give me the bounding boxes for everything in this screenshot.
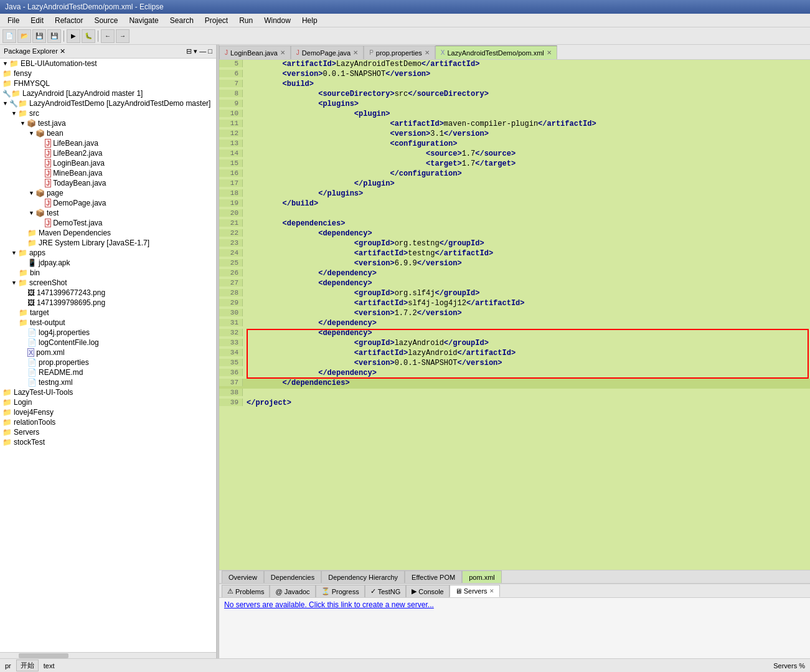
tab-demopage[interactable]: J DemoPage.java ✕ [291, 45, 364, 59]
pkg-explorer-collapse[interactable]: ⊟ [186, 47, 192, 55]
menu-source[interactable]: Source [89, 15, 123, 26]
tree-item[interactable]: 📁relationTools [0, 417, 216, 427]
menu-project[interactable]: Project [200, 15, 233, 26]
toolbar-saveall[interactable]: 💾 [47, 29, 61, 43]
toolbar-open[interactable]: 📂 [17, 29, 31, 43]
tree-item[interactable]: 📁Login [0, 397, 216, 407]
tab-loginbean-close[interactable]: ✕ [280, 49, 285, 56]
tab-problems[interactable]: ⚠ Problems [222, 585, 270, 597]
line-content[interactable]: </plugin> [243, 179, 395, 188]
line-content[interactable]: </build> [243, 199, 318, 208]
tree-item[interactable]: JLoginBean.java [0, 158, 216, 168]
tree-expand-icon[interactable]: ▼ [11, 110, 17, 116]
menu-refactor[interactable]: Refactor [50, 15, 88, 26]
tree-item[interactable]: JLifeBean2.java [0, 148, 216, 158]
line-content[interactable]: <target>1.7</target> [243, 159, 516, 168]
tree-item[interactable]: 📁fensy [0, 69, 216, 78]
toolbar-save[interactable]: 💾 [32, 29, 46, 43]
tree-expand-icon[interactable]: ▼ [29, 130, 34, 136]
tree-expand-icon[interactable]: ▼ [2, 100, 8, 106]
tree-item[interactable]: 🖼1471399677243.png [0, 288, 216, 298]
tree-item[interactable]: 📄logContentFile.log [0, 338, 216, 348]
tree-expand-icon[interactable]: ▼ [11, 250, 17, 256]
tab-prop-close[interactable]: ✕ [425, 49, 430, 56]
line-content[interactable]: </configuration> [243, 169, 462, 178]
tree-item[interactable]: JTodayBean.java [0, 178, 216, 188]
tab-servers[interactable]: 🖥 Servers ✕ [450, 585, 500, 597]
line-content[interactable]: <groupId>org.testng</groupId> [243, 239, 484, 248]
line-content[interactable]: </project> [243, 399, 291, 407]
tab-console[interactable]: ▶ Console [406, 585, 449, 597]
line-content[interactable]: <sourceDirectory>src</sourceDirectory> [243, 90, 489, 98]
tab-pomxml[interactable]: X LazyAndroidTestDemo/pom.xml ✕ [435, 45, 557, 59]
pkg-explorer-max[interactable]: □ [208, 47, 212, 55]
pom-tab-xml[interactable]: pom.xml [462, 570, 502, 583]
pkg-hscroll[interactable] [0, 652, 216, 658]
editor-area[interactable]: 5 <artifactId>LazyAndroidTestDemo</artif… [219, 60, 810, 570]
line-content[interactable]: <plugins> [243, 100, 359, 108]
tree-item[interactable]: ▼📁apps [0, 248, 216, 258]
line-content[interactable]: <version>0.0.1-SNAPSHOT</version> [243, 70, 430, 78]
tab-servers-close[interactable]: ✕ [489, 588, 494, 594]
toolbar-debug[interactable]: 🐛 [82, 29, 95, 43]
tree-expand-icon[interactable]: ▼ [29, 210, 34, 216]
line-content[interactable]: <artifactId>slf4j-log4j12</artifactId> [243, 299, 525, 308]
toolbar-new[interactable]: 📄 [2, 29, 16, 43]
tree-item[interactable]: 📁Servers [0, 427, 216, 437]
tree-item[interactable]: ▼📦test [0, 208, 216, 218]
tree-item[interactable]: 📁test-output [0, 318, 216, 328]
line-content[interactable]: <version>6.9.9</version> [243, 259, 462, 268]
tree-item[interactable]: ▼📦bean [0, 128, 216, 138]
line-content[interactable]: <version>3.1</version> [243, 130, 489, 138]
tree-item[interactable]: 📁JRE System Library [JavaSE-1.7] [0, 238, 216, 248]
line-content[interactable]: </plugins> [243, 189, 363, 198]
menu-run[interactable]: Run [234, 15, 258, 26]
tree-item[interactable]: ▼🔧📁LazyAndroidTestDemo [LazyAndroidTestD… [0, 98, 216, 108]
tree-item[interactable]: 📁lovej4Fensy [0, 407, 216, 417]
tree-expand-icon[interactable]: ▼ [20, 120, 26, 126]
tree-item[interactable]: Xpom.xml [0, 348, 216, 357]
create-server-link[interactable]: No servers are available. Click this lin… [224, 600, 434, 609]
line-content[interactable]: </dependency> [243, 369, 377, 377]
tab-javadoc[interactable]: @ Javadoc [270, 585, 315, 597]
line-content[interactable]: <artifactId>maven-compiler-plugin</artif… [243, 120, 596, 128]
pkg-explorer-menu[interactable]: ▾ [194, 47, 197, 55]
line-content[interactable]: <artifactId>lazyAndroid</artifactId> [243, 349, 516, 357]
tab-prop[interactable]: P prop.properties ✕ [364, 45, 435, 59]
tree-item[interactable]: JDemoTest.java [0, 218, 216, 228]
toolbar-forward[interactable]: → [116, 29, 130, 43]
pom-tab-dependencies[interactable]: Dependencies [264, 570, 321, 583]
line-content[interactable]: <dependency> [243, 329, 372, 338]
tree-item[interactable]: 🔧📁LazyAndroid [LazyAndroid master 1] [0, 88, 216, 98]
tree-expand-icon[interactable]: ▼ [11, 280, 17, 286]
tree-item[interactable]: 📄testng.xml [0, 377, 216, 387]
tree-item[interactable]: JDemoPage.java [0, 198, 216, 208]
line-content[interactable]: <version>0.0.1-SNAPSHOT</version> [243, 359, 502, 367]
line-content[interactable]: </dependency> [243, 269, 377, 278]
tree-item[interactable]: 📱jdpay.apk [0, 258, 216, 268]
tab-loginbean[interactable]: J LoginBean.java ✕ [219, 45, 291, 59]
line-content[interactable]: <groupId>org.slf4j</groupId> [243, 289, 479, 298]
tree-item[interactable]: 📁target [0, 308, 216, 318]
tree-item[interactable]: 📁FHMYSQL [0, 78, 216, 88]
line-content[interactable]: <artifactId>testng</artifactId> [243, 249, 493, 258]
toolbar-run[interactable]: ▶ [67, 29, 80, 43]
tree-item[interactable]: 📁stockTest [0, 437, 216, 447]
pom-tab-effective[interactable]: Effective POM [405, 570, 462, 583]
line-content[interactable]: <version>1.7.2</version> [243, 309, 462, 318]
pom-tab-overview[interactable]: Overview [222, 570, 264, 583]
tree-item[interactable]: ▼📦page [0, 188, 216, 198]
line-content[interactable]: <groupId>lazyAndroid</groupId> [243, 339, 489, 348]
tab-progress[interactable]: ⏳ Progress [316, 585, 365, 597]
line-content[interactable]: <configuration> [243, 140, 457, 148]
line-content[interactable]: <artifactId>LazyAndroidTestDemo</artifac… [243, 60, 479, 69]
tree-item[interactable]: JMineBean.java [0, 168, 216, 178]
line-content[interactable]: <build> [243, 80, 314, 88]
line-content[interactable]: </dependency> [243, 319, 377, 328]
menu-search[interactable]: Search [165, 15, 199, 26]
start-button[interactable]: 开始 [16, 660, 39, 671]
menu-navigate[interactable]: Navigate [124, 15, 163, 26]
line-content[interactable]: <dependencies> [243, 219, 345, 228]
line-content[interactable]: </dependencies> [243, 379, 350, 387]
tree-item[interactable]: 📁LazyTest-UI-Tools [0, 387, 216, 397]
